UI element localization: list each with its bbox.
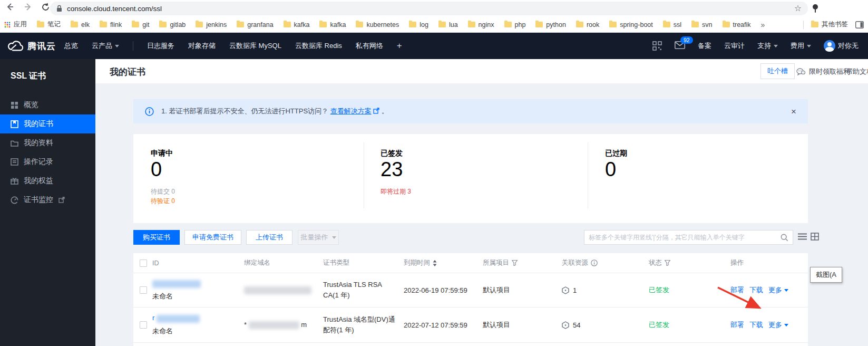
search-box: [584, 230, 793, 245]
filter-icon[interactable]: [665, 260, 670, 266]
bookmark-item[interactable]: kafka: [284, 21, 310, 28]
side-panel-icon[interactable]: [855, 21, 864, 28]
bookmark-item[interactable]: kubernetes: [356, 21, 399, 28]
redacted-cert-id[interactable]: [157, 315, 200, 323]
row-checkbox[interactable]: [140, 286, 147, 294]
help-docs-link[interactable]: 帮助文档: [846, 67, 868, 76]
address-bar[interactable]: console.cloud.tencent.com/ssl ☆: [50, 2, 808, 15]
nav-pinned-cls[interactable]: 日志服务: [147, 41, 174, 51]
sort-icon[interactable]: [433, 260, 437, 266]
search-input[interactable]: [589, 234, 781, 241]
bookmark-item[interactable]: spring-boot: [609, 21, 653, 28]
bookmark-item[interactable]: svn: [691, 21, 712, 28]
deploy-link[interactable]: 部署: [730, 285, 744, 295]
nav-overview[interactable]: 总览: [64, 41, 78, 51]
bookmark-item[interactable]: treafik: [723, 21, 751, 28]
list-view-icon[interactable]: [798, 233, 807, 241]
sidebar-item-cert-monitor[interactable]: 证书监控: [0, 190, 95, 209]
column-expire[interactable]: 到期时间: [404, 258, 483, 267]
bookmark-item[interactable]: ssl: [663, 21, 681, 28]
bookmark-label: elk: [81, 21, 90, 28]
nav-pinned-mysql[interactable]: 云数据库 MySQL: [229, 41, 281, 51]
sidebar-item-my-benefits[interactable]: 我的权益: [0, 171, 95, 190]
bookmark-label: nginx: [479, 21, 494, 28]
tencent-cloud-logo[interactable]: 腾讯云: [7, 33, 56, 59]
buy-certificate-button[interactable]: 购买证书: [133, 230, 180, 245]
nav-billing-menu[interactable]: 费用: [791, 41, 811, 51]
bookmark-item[interactable]: gitlab: [159, 21, 186, 28]
nav-add-button[interactable]: +: [397, 41, 402, 51]
column-resources[interactable]: 关联资源: [562, 258, 649, 267]
cert-resources[interactable]: 1: [562, 286, 649, 294]
banner-solution-link[interactable]: 查看解决方案: [330, 107, 372, 115]
forward-icon[interactable]: [23, 2, 33, 12]
bookmark-label: git: [142, 21, 149, 28]
redacted-cert-id[interactable]: [152, 280, 201, 288]
nav-support-menu[interactable]: 支持: [757, 41, 778, 51]
download-link[interactable]: 下载: [749, 320, 763, 330]
batch-actions-button[interactable]: 批量操作: [298, 230, 339, 245]
page-title: 我的证书: [110, 66, 145, 78]
folder-icon: [811, 22, 818, 27]
bookmark-item[interactable]: lua: [438, 21, 458, 28]
bookmark-item[interactable]: elk: [71, 21, 90, 28]
bookmark-item[interactable]: php: [504, 21, 526, 28]
feedback-button[interactable]: 吐个槽: [760, 63, 795, 79]
filter-icon[interactable]: [512, 260, 518, 266]
qr-scan-icon[interactable]: [652, 41, 662, 51]
search-icon[interactable]: [781, 234, 788, 242]
gauge-icon: [11, 196, 18, 204]
grid-view-icon[interactable]: [811, 233, 819, 241]
messages-button[interactable]: 92: [675, 41, 685, 51]
sidebar-item-overview[interactable]: 概览: [0, 95, 95, 114]
upload-certificate-button[interactable]: 上传证书: [246, 230, 292, 245]
nav-pinned-redis[interactable]: 云数据库 Redis: [295, 41, 342, 51]
bookmark-item[interactable]: nginx: [468, 21, 494, 28]
bookmark-item[interactable]: 笔记: [37, 20, 61, 29]
close-icon[interactable]: ×: [791, 107, 796, 116]
row-checkbox[interactable]: [140, 321, 147, 329]
reload-icon[interactable]: [41, 3, 50, 12]
bookmark-item[interactable]: granfana: [237, 21, 273, 28]
account-menu[interactable]: 对你无: [824, 40, 859, 52]
nav-cloudaudit[interactable]: 云审计: [724, 41, 745, 51]
bookmarks-overflow-button[interactable]: »: [761, 21, 765, 29]
column-domain: 绑定域名: [244, 258, 323, 267]
divider: [588, 142, 588, 208]
other-bookmarks-button[interactable]: 其他书签: [811, 20, 848, 29]
promo-link[interactable]: 限时领取福利: [796, 67, 850, 76]
nav-pinned-vpc[interactable]: 私有网络: [356, 41, 383, 51]
nav-pinned-cos[interactable]: 对象存储: [188, 41, 216, 51]
cert-resources[interactable]: 54: [562, 321, 649, 329]
sidebar-item-label: 我的证书: [24, 119, 53, 129]
more-menu[interactable]: 更多: [768, 285, 788, 295]
select-all-checkbox[interactable]: [140, 260, 147, 267]
sidebar-item-my-profile[interactable]: 我的资料: [0, 133, 95, 152]
folder-icon: [609, 22, 617, 27]
cert-expire-time: 2022-06-19 07:59:59: [404, 286, 483, 294]
info-circle-icon[interactable]: [591, 260, 598, 266]
column-project[interactable]: 所属项目: [483, 258, 562, 267]
download-link[interactable]: 下载: [749, 285, 763, 295]
stat-pending-verify[interactable]: 待验证 0: [151, 197, 175, 206]
sidebar-item-my-certificates[interactable]: 我的证书: [0, 114, 95, 133]
column-status[interactable]: 状态: [649, 258, 730, 267]
bookmark-item[interactable]: git: [132, 21, 149, 28]
apply-free-certificate-button[interactable]: 申请免费证书: [184, 230, 241, 245]
extension-pin-icon[interactable]: [811, 4, 820, 13]
bookmark-item[interactable]: flink: [100, 21, 122, 28]
bookmark-item[interactable]: log: [409, 21, 428, 28]
bookmark-item[interactable]: python: [535, 21, 566, 28]
stat-expiring-soon[interactable]: 即将过期 3: [381, 187, 411, 196]
nav-products-menu[interactable]: 云产品: [92, 41, 119, 51]
back-icon[interactable]: [5, 2, 15, 12]
deploy-link[interactable]: 部署: [730, 320, 744, 330]
bookmark-item[interactable]: jenkins: [196, 21, 227, 28]
more-menu[interactable]: 更多: [768, 320, 788, 330]
bookmark-item[interactable]: rook: [576, 21, 599, 28]
nav-beian[interactable]: 备案: [698, 41, 711, 51]
bookmark-star-icon[interactable]: ☆: [794, 4, 802, 13]
bookmark-apps[interactable]: 应用: [4, 20, 27, 29]
bookmark-item[interactable]: kafka: [319, 21, 346, 28]
sidebar-item-operation-log[interactable]: 操作记录: [0, 152, 95, 171]
